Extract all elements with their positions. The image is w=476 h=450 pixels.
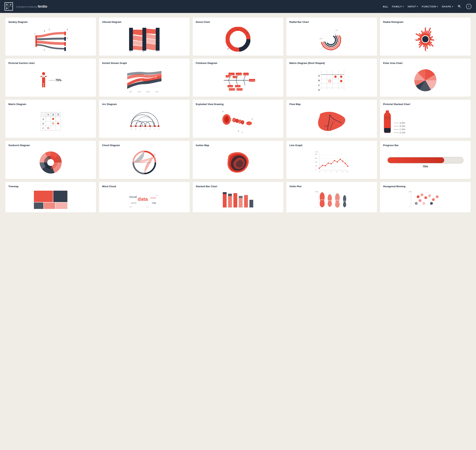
- title-stackedbar: Stacked Bar Chart: [196, 185, 280, 188]
- legend-c: C 50%: [394, 128, 405, 130]
- dot-filled: [52, 118, 54, 120]
- card-wordcloud[interactable]: Word Cloud data visual chart graph map f…: [99, 182, 190, 212]
- title-radialhist: Radial Histogram: [383, 21, 468, 24]
- hexbin-chart: 1000 0: [383, 190, 468, 209]
- matrix-header-1: 1: [46, 112, 51, 117]
- svg-marker-244: [430, 202, 433, 205]
- svg-text:B: B: [140, 79, 142, 81]
- svg-text:6: 6: [337, 171, 337, 172]
- input-arrow: ▾: [417, 6, 418, 8]
- card-progressbar[interactable]: Progress Bar 75%: [380, 141, 471, 179]
- card-streamgraph[interactable]: Sorted Stream Graph A B C D JAN FEB M: [99, 59, 190, 97]
- svg-line-50: [429, 40, 430, 41]
- card-pictorialstacked[interactable]: Pictorial Stacked Chart: [380, 100, 471, 138]
- title-matrixdiagram: Matrix Diagram: [8, 103, 93, 106]
- card-flowmap[interactable]: Flow Map: [286, 100, 377, 138]
- svg-text:graph: graph: [131, 202, 136, 204]
- legend-line-b: [394, 126, 398, 126]
- svg-marker-242: [422, 202, 425, 205]
- card-arcdiagram[interactable]: Arc Diagram: [99, 100, 190, 138]
- svg-rect-2: [64, 37, 66, 41]
- svg-text:600: 600: [315, 158, 317, 159]
- svg-text:CAUSE: CAUSE: [226, 76, 230, 77]
- svg-text:800: 800: [315, 154, 317, 155]
- legend-d: D 15%: [394, 132, 405, 134]
- title-isoline: Isoline Map: [196, 144, 280, 147]
- svg-rect-217: [223, 192, 227, 194]
- dot-outline-icon: [47, 127, 49, 129]
- isoline-chart: [226, 150, 250, 175]
- svg-text:1200: 1200: [319, 38, 322, 39]
- visual-sankey: A B C D E F: [8, 26, 93, 53]
- svg-point-200: [342, 160, 343, 162]
- info-icon[interactable]: i: [466, 4, 471, 9]
- nav-family[interactable]: FAMILY ▾: [392, 5, 404, 8]
- card-matrixroof[interactable]: Matrix Diagram (Roof Shaped) A B C D: [286, 59, 377, 97]
- svg-text:A: A: [222, 111, 223, 112]
- card-pictorial[interactable]: Pictorial fraction chart: [5, 59, 96, 97]
- svg-text:2: 2: [325, 171, 326, 172]
- svg-text:0: 0: [409, 206, 410, 207]
- svg-line-46: [429, 36, 430, 37]
- card-stackedbar[interactable]: Stacked Bar Chart: [193, 182, 283, 212]
- nav-function[interactable]: FUNCTION ▾: [422, 5, 438, 8]
- svg-text:E: E: [142, 150, 144, 151]
- svg-text:6: 6: [436, 39, 436, 40]
- card-isoline[interactable]: Isoline Map: [193, 141, 283, 179]
- visual-pictorialstacked: A 20% B 15% C 50% D 15%: [383, 108, 468, 135]
- card-treemap[interactable]: Treemap: [5, 182, 96, 212]
- linegraph-chart: 0 200 400 600 800 1000 0 2 4 6 8: [289, 150, 374, 175]
- pictorial-content: 75%: [40, 72, 61, 89]
- card-violin[interactable]: Violin Plot 1000 0: [286, 182, 377, 212]
- svg-text:A: A: [247, 32, 248, 34]
- svg-marker-243: [436, 195, 439, 198]
- card-linegraph[interactable]: Line Graph 0 200 400 600 800 1000: [286, 141, 377, 179]
- legend-label-b: B 15%: [400, 125, 405, 127]
- card-fishbone[interactable]: Fishbone Diagram PEOPLE: [193, 59, 283, 97]
- stackedbar-chart: [196, 190, 280, 209]
- dvp-logo[interactable]: D V P: [5, 2, 13, 11]
- visual-sunburst: [8, 149, 93, 176]
- svg-text:METHODS: METHODS: [229, 89, 235, 90]
- card-radialhist[interactable]: Radial Histogram: [380, 18, 471, 56]
- nav-all[interactable]: ALL: [383, 5, 388, 8]
- card-matrixdiagram[interactable]: Matrix Diagram 1 2 3 A: [5, 100, 96, 138]
- svg-text:1000: 1000: [409, 191, 412, 192]
- pictorial-percent: 75%: [55, 79, 61, 82]
- search-icon[interactable]: 🔍: [457, 4, 462, 9]
- svg-text:10: 10: [347, 171, 348, 172]
- flowmap-chart: [289, 109, 374, 134]
- svg-marker-237: [421, 193, 423, 196]
- card-hexbin[interactable]: Hexagonal Binning 1000 0: [380, 182, 471, 212]
- svg-rect-1: [64, 32, 66, 36]
- card-donut[interactable]: Donut Chart D A B: [193, 18, 283, 56]
- svg-text:18: 18: [414, 39, 416, 40]
- visual-streamgraph: A B C D JAN FEB MAR APR: [102, 67, 187, 94]
- svg-rect-220: [233, 193, 237, 207]
- svg-rect-204: [53, 191, 67, 202]
- svg-line-96: [229, 80, 230, 85]
- nav-input[interactable]: INPUT ▾: [408, 5, 418, 8]
- card-alluvial[interactable]: Alluvial Diagram: [99, 18, 190, 56]
- card-radialbar[interactable]: Radial Bar Chart 200 400 600: [286, 18, 377, 56]
- brand-name: ferdio: [38, 5, 47, 8]
- card-polararea[interactable]: Polar Area Chart: [380, 59, 471, 97]
- card-exploded[interactable]: Exploded View Drawing: [193, 100, 283, 138]
- title-progressbar: Progress Bar: [383, 144, 468, 147]
- svg-text:F: F: [154, 128, 155, 130]
- card-chord[interactable]: Chord Diagram: [99, 141, 190, 179]
- svg-text:D: D: [155, 76, 157, 77]
- card-sunburst[interactable]: Sunburst Diagram: [5, 141, 96, 179]
- svg-text:flow: flow: [129, 206, 132, 208]
- title-donut: Donut Chart: [196, 21, 280, 24]
- visual-radialbar: 200 400 600 800 1000 1200 A B C D: [289, 26, 374, 53]
- title-wordcloud: Word Cloud: [102, 185, 187, 188]
- cell-a2: [51, 117, 56, 121]
- nav-shape[interactable]: SHAPE ▾: [442, 5, 453, 8]
- svg-rect-223: [244, 195, 248, 207]
- svg-text:12: 12: [426, 51, 427, 52]
- svg-text:CAUSE: CAUSE: [228, 86, 232, 87]
- svg-text:CAUSE: CAUSE: [244, 74, 248, 75]
- card-sankey[interactable]: Sankey Diagram A B C: [5, 18, 96, 56]
- exploded-chart: A B C D: [196, 109, 280, 134]
